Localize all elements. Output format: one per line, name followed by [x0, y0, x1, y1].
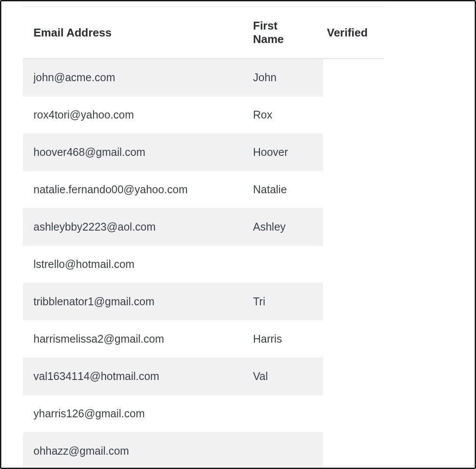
cell-first-name: John [243, 59, 323, 96]
cell-first-name [243, 395, 323, 432]
cell-first-name: Harris [243, 320, 323, 357]
cell-first-name: Rox [243, 96, 323, 133]
cell-first-name: Ashley [243, 208, 323, 245]
users-table: Email Address First Name Verified john@a… [23, 7, 384, 469]
table-row[interactable]: lstrello@hotmail.com [23, 246, 323, 283]
cell-email: ashleybby2223@aol.com [23, 208, 243, 245]
cell-email: rox4tori@yahoo.com [23, 96, 243, 133]
table-row[interactable]: ashleybby2223@aol.com Ashley [23, 208, 323, 246]
cell-email: ohhazz@gmail.com [23, 433, 243, 469]
cell-email: hoover468@gmail.com [23, 134, 243, 171]
table-row[interactable]: harrismelissa2@gmail.com Harris [23, 320, 323, 358]
cell-email: john@acme.com [23, 59, 243, 96]
column-header-email[interactable]: Email Address [23, 7, 243, 59]
cell-first-name: Hoover [243, 134, 323, 171]
cell-first-name [243, 433, 323, 469]
cell-email: lstrello@hotmail.com [23, 246, 243, 283]
cell-first-name: Tri [243, 283, 323, 320]
table-row[interactable]: val1634114@hotmail.com Val [23, 358, 323, 395]
table-row[interactable]: natalie.fernando00@yahoo.com Natalie [23, 171, 323, 208]
cell-email: tribblenator1@gmail.com [23, 283, 243, 320]
table-row[interactable]: hoover468@gmail.com Hoover [23, 134, 323, 171]
table-row[interactable]: ohhazz@gmail.com [23, 433, 323, 469]
column-header-verified[interactable]: Verified [316, 7, 384, 59]
table-row[interactable]: yharris126@gmail.com [23, 395, 323, 433]
table-header-row: Email Address First Name Verified [23, 7, 384, 59]
table-row[interactable]: john@acme.com John [23, 59, 323, 96]
cell-email: yharris126@gmail.com [23, 395, 243, 432]
table-row[interactable]: tribblenator1@gmail.com Tri [23, 283, 323, 320]
cell-email: val1634114@hotmail.com [23, 358, 243, 395]
cell-email: natalie.fernando00@yahoo.com [23, 171, 243, 208]
column-header-first-name[interactable]: First Name [243, 7, 316, 59]
cell-first-name: Natalie [243, 171, 323, 208]
cell-first-name: Val [243, 358, 323, 395]
cell-first-name [243, 246, 323, 283]
cell-email: harrismelissa2@gmail.com [23, 320, 243, 357]
table-row[interactable]: rox4tori@yahoo.com Rox [23, 96, 323, 134]
